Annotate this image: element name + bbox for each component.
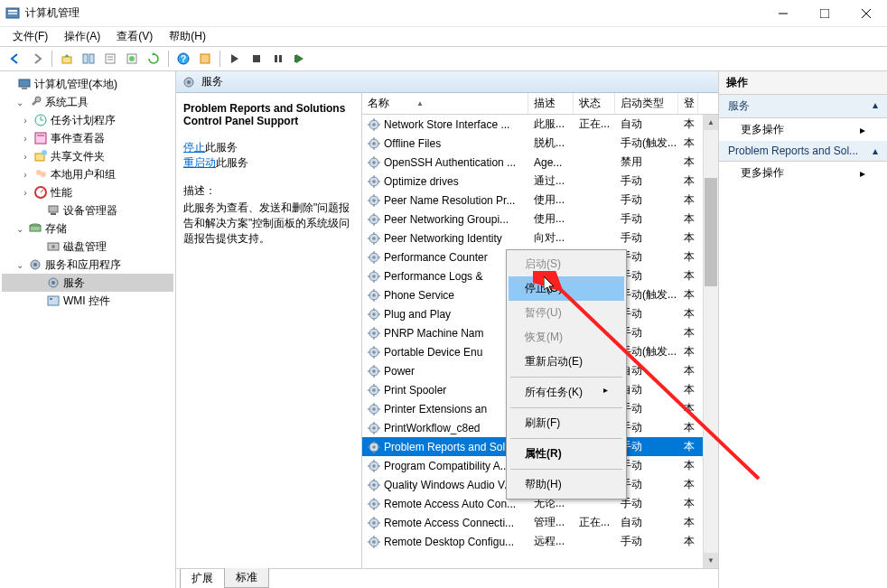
svg-rect-46 bbox=[48, 296, 59, 305]
svg-point-33 bbox=[41, 172, 46, 177]
menu-help[interactable]: 帮助(H) bbox=[162, 27, 213, 46]
expander-icon[interactable]: › bbox=[20, 115, 31, 126]
vertical-scrollbar[interactable]: ▲ ▼ bbox=[703, 115, 718, 568]
expander-icon[interactable]: › bbox=[20, 187, 31, 198]
close-button[interactable] bbox=[845, 0, 887, 27]
up-button[interactable] bbox=[57, 49, 77, 69]
tree-item[interactable]: 设备管理器 bbox=[2, 201, 173, 219]
cell-name: Peer Networking Identity bbox=[362, 232, 528, 245]
expander-icon[interactable]: ⌄ bbox=[14, 259, 25, 270]
tree-item[interactable]: 磁盘管理 bbox=[2, 238, 173, 256]
svg-point-111 bbox=[372, 313, 376, 316]
service-row[interactable]: Optimize drives通过...手动本 bbox=[362, 172, 718, 191]
back-button[interactable] bbox=[5, 49, 25, 69]
stop-service-button[interactable] bbox=[247, 49, 266, 69]
app-icon bbox=[5, 6, 20, 21]
cell-logon: 本 bbox=[678, 325, 698, 341]
header-status[interactable]: 状态 bbox=[574, 93, 615, 114]
context-item[interactable]: 所有任务(K) bbox=[509, 380, 624, 405]
filter-button[interactable] bbox=[195, 49, 215, 69]
tree-item[interactable]: WMI 控件 bbox=[2, 292, 173, 310]
service-row[interactable]: Remote Desktop Configu...远程...手动本 bbox=[362, 532, 718, 551]
expander-icon[interactable] bbox=[4, 79, 14, 89]
cell-startup: 手动 bbox=[615, 192, 678, 208]
cell-status: 正在... bbox=[574, 117, 615, 132]
menu-action[interactable]: 操作(A) bbox=[57, 27, 107, 46]
tree-item[interactable]: ⌄系统工具 bbox=[2, 93, 173, 111]
expander-icon[interactable] bbox=[33, 205, 43, 216]
cell-name: Optimize drives bbox=[362, 175, 528, 188]
context-item[interactable]: 帮助(H) bbox=[509, 472, 624, 497]
action-group-services[interactable]: 服务▴ bbox=[719, 95, 887, 118]
tree-node-icon bbox=[33, 113, 48, 127]
expander-icon[interactable]: › bbox=[20, 169, 31, 180]
cell-logon: 本 bbox=[678, 439, 698, 454]
start-service-button[interactable] bbox=[225, 49, 245, 69]
header-startup[interactable]: 启动类型 bbox=[615, 93, 678, 114]
cell-logon: 本 bbox=[678, 496, 698, 511]
expander-icon[interactable]: › bbox=[20, 151, 31, 162]
refresh-button[interactable] bbox=[144, 49, 163, 69]
cell-logon: 本 bbox=[678, 420, 698, 435]
expander-icon[interactable] bbox=[33, 295, 43, 306]
scroll-thumb[interactable] bbox=[705, 178, 717, 286]
service-row[interactable]: Offline Files脱机...手动(触发...本 bbox=[362, 134, 718, 153]
context-separator bbox=[510, 469, 622, 470]
header-logon[interactable]: 登 bbox=[678, 93, 698, 114]
expander-icon[interactable]: › bbox=[20, 133, 31, 144]
service-row[interactable]: Peer Networking Identity向对...手动本 bbox=[362, 229, 718, 247]
context-item[interactable]: 属性(R) bbox=[509, 442, 624, 466]
context-item: 恢复(M) bbox=[509, 325, 624, 350]
service-row[interactable]: Remote Access Connecti...管理...正在...自动本 bbox=[362, 513, 718, 532]
svg-point-183 bbox=[372, 540, 376, 544]
properties-button[interactable] bbox=[100, 49, 120, 69]
tree-item[interactable]: ⌄服务和应用程序 bbox=[2, 256, 173, 274]
context-item[interactable]: 刷新(F) bbox=[509, 411, 624, 435]
minimize-button[interactable] bbox=[762, 0, 804, 27]
svg-rect-23 bbox=[22, 88, 27, 89]
expander-icon[interactable]: ⌄ bbox=[14, 223, 25, 234]
menu-file[interactable]: 文件(F) bbox=[5, 27, 55, 46]
action-more-2[interactable]: 更多操作▸ bbox=[719, 162, 887, 184]
pause-service-button[interactable] bbox=[268, 49, 288, 69]
menu-view[interactable]: 查看(V) bbox=[109, 27, 160, 46]
forward-button[interactable] bbox=[27, 49, 47, 69]
tree-label: 任务计划程序 bbox=[51, 113, 116, 128]
tab-standard[interactable]: 标准 bbox=[224, 568, 269, 588]
expander-icon[interactable] bbox=[33, 277, 43, 288]
context-item: 启动(S) bbox=[509, 252, 624, 276]
expander-icon[interactable]: ⌄ bbox=[14, 97, 25, 107]
service-row[interactable]: Peer Name Resolution Pr...使用...手动本 bbox=[362, 191, 718, 210]
header-desc[interactable]: 描述 bbox=[528, 93, 574, 114]
tree-item[interactable]: ›任务计划程序 bbox=[2, 111, 173, 129]
svg-rect-36 bbox=[49, 206, 58, 212]
tree-item[interactable]: ›本地用户和组 bbox=[2, 165, 173, 183]
scroll-up-button[interactable]: ▲ bbox=[704, 115, 718, 130]
cell-name: Problem Reports and Sol... bbox=[362, 441, 528, 453]
cell-logon: 本 bbox=[678, 306, 698, 322]
action-group-selected[interactable]: Problem Reports and Sol...▴ bbox=[719, 141, 887, 162]
context-item[interactable]: 停止(O) bbox=[509, 276, 624, 301]
show-hide-button[interactable] bbox=[79, 49, 98, 69]
help-button[interactable]: ? bbox=[173, 49, 193, 69]
tree-item[interactable]: ›性能 bbox=[2, 183, 173, 201]
expander-icon[interactable] bbox=[33, 241, 43, 252]
service-row[interactable]: Peer Networking Groupi...使用...手动本 bbox=[362, 210, 718, 229]
tab-extended[interactable]: 扩展 bbox=[180, 569, 225, 588]
tree-item[interactable]: ⌄存储 bbox=[2, 219, 173, 238]
action-more-1[interactable]: 更多操作▸ bbox=[719, 118, 887, 141]
export-button[interactable] bbox=[122, 49, 142, 69]
tree-root[interactable]: 计算机管理(本地) bbox=[2, 75, 173, 93]
restart-service-button[interactable] bbox=[290, 49, 310, 69]
context-item[interactable]: 重新启动(E) bbox=[509, 350, 624, 374]
stop-link[interactable]: 停止 bbox=[183, 141, 205, 154]
tree-item[interactable]: ›共享文件夹 bbox=[2, 147, 173, 165]
tree-item[interactable]: ›事件查看器 bbox=[2, 129, 173, 147]
restart-link[interactable]: 重启动 bbox=[183, 156, 216, 169]
scroll-down-button[interactable]: ▼ bbox=[704, 553, 718, 568]
tree-item[interactable]: 服务 bbox=[2, 274, 173, 292]
service-row[interactable]: OpenSSH Authentication ...Age...禁用本 bbox=[362, 153, 718, 172]
service-row[interactable]: Network Store Interface ...此服...正在...自动本 bbox=[362, 115, 718, 134]
maximize-button[interactable] bbox=[804, 0, 845, 27]
header-name[interactable]: 名称▲ bbox=[362, 93, 528, 114]
